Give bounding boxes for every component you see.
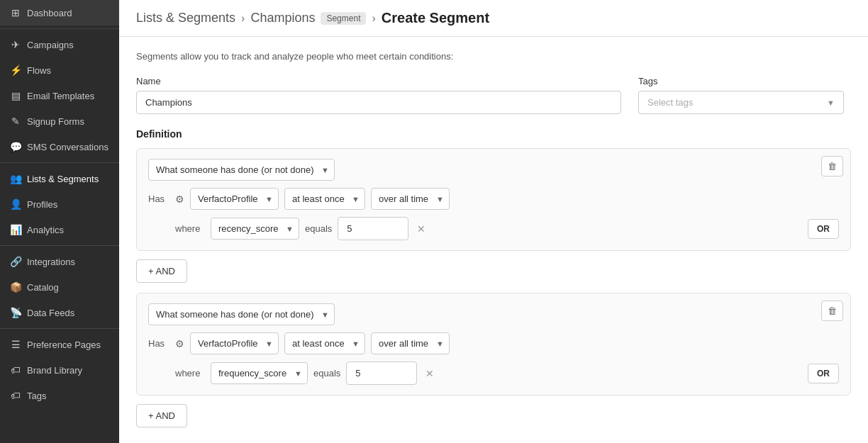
condition-1-where-row: where recency_score ▼ equals ✕ OR <box>148 217 839 240</box>
where-label-2: where <box>175 368 205 378</box>
breadcrumb-lists-segments[interactable]: Lists & Segments <box>136 11 235 26</box>
sidebar-item-label: Catalog <box>27 282 59 293</box>
flows-icon: ⚡ <box>10 65 21 76</box>
definition-label: Definition <box>136 128 851 140</box>
sidebar-divider-1 <box>0 28 119 29</box>
sidebar-item-email-templates[interactable]: ▤ Email Templates <box>0 83 119 108</box>
sidebar-item-data-feeds[interactable]: 📡 Data Feeds <box>0 300 119 325</box>
main-content: Lists & Segments › Champions Segment › C… <box>119 0 868 443</box>
sidebar-item-label: Lists & Segments <box>27 174 99 184</box>
header: Lists & Segments › Champions Segment › C… <box>119 0 868 37</box>
brand-library-icon: 🏷 <box>10 364 21 376</box>
sidebar-item-sms-conversations[interactable]: 💬 SMS Conversations <box>0 134 119 159</box>
sidebar-item-signup-forms[interactable]: ✎ Signup Forms <box>0 108 119 134</box>
condition-1-type-row: What someone has done (or not done) ▼ <box>148 159 839 181</box>
page-title: Create Segment <box>382 10 489 26</box>
equals-label-1: equals <box>305 223 332 234</box>
clear-value-2-button[interactable]: ✕ <box>423 366 437 381</box>
breadcrumb-sep-1: › <box>241 12 245 25</box>
subtitle-text: Segments allow you to track and analyze … <box>136 51 851 62</box>
field-1-select-wrapper: recency_score ▼ <box>211 218 299 240</box>
action-2-select[interactable]: VerfactoProfile <box>190 332 279 354</box>
sidebar-item-label: Integrations <box>27 257 75 267</box>
value-2-input[interactable] <box>346 361 417 385</box>
analytics-icon: 📊 <box>10 224 21 235</box>
sidebar-item-label: Email Templates <box>27 91 94 101</box>
condition-2-type-select-wrapper: What someone has done (or not done) ▼ <box>148 303 335 325</box>
frequency-2-select[interactable]: at least once <box>284 332 365 354</box>
action-1-select[interactable]: VerfactoProfile <box>190 188 279 210</box>
sidebar-item-dashboard[interactable]: ⊞ Dashboard <box>0 0 119 26</box>
frequency-1-select[interactable]: at least once <box>284 188 365 210</box>
delete-condition-2-button[interactable]: 🗑 <box>821 301 843 321</box>
sidebar-item-tags[interactable]: 🏷 Tags <box>0 383 119 408</box>
name-label: Name <box>136 76 621 86</box>
sidebar-item-flows[interactable]: ⚡ Flows <box>0 57 119 83</box>
timeframe-2-select-wrapper: over all time ▼ <box>371 332 450 354</box>
breadcrumb-sep-2: › <box>372 12 375 25</box>
sidebar-item-label: Signup Forms <box>27 116 84 127</box>
data-feeds-icon: 📡 <box>10 307 21 318</box>
and-button-1[interactable]: + AND <box>136 259 187 283</box>
sidebar-divider-2 <box>0 162 119 163</box>
sidebar-item-label: Flows <box>27 65 51 76</box>
condition-1-type-select[interactable]: What someone has done (or not done) <box>148 159 335 181</box>
email-templates-icon: ▤ <box>10 90 21 101</box>
clear-value-1-button[interactable]: ✕ <box>414 222 428 236</box>
or-1-button[interactable]: OR <box>808 219 839 239</box>
sidebar-divider-3 <box>0 245 119 246</box>
sidebar-item-brand-library[interactable]: 🏷 Brand Library <box>0 357 119 383</box>
field-2-select-wrapper: frequency_score ▼ <box>211 362 308 384</box>
condition-1-type-select-wrapper: What someone has done (or not done) ▼ <box>148 159 335 181</box>
tags-label: Tags <box>638 76 851 86</box>
where-label-1: where <box>175 223 205 234</box>
sidebar-item-label: SMS Conversations <box>27 142 108 152</box>
value-1-input[interactable] <box>338 217 408 240</box>
sidebar: ⊞ Dashboard ✈ Campaigns ⚡ Flows ▤ Email … <box>0 0 119 443</box>
sidebar-item-label: Profiles <box>27 199 57 210</box>
or-2-button[interactable]: OR <box>808 364 839 383</box>
sidebar-item-label: Dashboard <box>27 8 72 18</box>
sidebar-item-lists-segments[interactable]: 👥 Lists & Segments <box>0 166 119 191</box>
signup-forms-icon: ✎ <box>10 116 21 127</box>
condition-1-has-row: Has ⚙ VerfactoProfile ▼ at least once ▼ <box>148 188 839 210</box>
action-1-select-wrapper: VerfactoProfile ▼ <box>190 188 279 210</box>
sidebar-item-label: Campaigns <box>27 40 74 50</box>
preference-pages-icon: ☰ <box>10 339 21 350</box>
timeframe-1-select[interactable]: over all time <box>371 188 450 210</box>
condition-2-type-select[interactable]: What someone has done (or not done) <box>148 303 335 325</box>
sidebar-item-preference-pages[interactable]: ☰ Preference Pages <box>0 332 119 357</box>
frequency-2-select-wrapper: at least once ▼ <box>284 332 365 354</box>
delete-condition-1-button[interactable]: 🗑 <box>821 156 843 176</box>
gear-icon-1: ⚙ <box>175 194 184 205</box>
sidebar-item-catalog[interactable]: 📦 Catalog <box>0 274 119 300</box>
sidebar-item-label: Preference Pages <box>27 340 101 350</box>
has-label-2: Has <box>148 338 169 349</box>
sidebar-item-analytics[interactable]: 📊 Analytics <box>0 217 119 242</box>
lists-segments-icon: 👥 <box>10 173 21 184</box>
content-area: Segments allow you to track and analyze … <box>119 37 868 443</box>
name-tags-row: Name Tags Select tags ▼ <box>136 76 851 114</box>
condition-2-type-row: What someone has done (or not done) ▼ <box>148 303 839 325</box>
tags-chevron-icon: ▼ <box>827 99 835 107</box>
sidebar-item-label: Data Feeds <box>27 308 74 318</box>
sms-icon: 💬 <box>10 141 21 152</box>
tags-select[interactable]: Select tags ▼ <box>638 91 844 114</box>
timeframe-2-select[interactable]: over all time <box>371 332 450 354</box>
and-button-2[interactable]: + AND <box>136 404 187 427</box>
sidebar-item-profiles[interactable]: 👤 Profiles <box>0 191 119 217</box>
name-input[interactable] <box>136 91 621 114</box>
segment-badge: Segment <box>321 12 366 25</box>
condition-2-has-row: Has ⚙ VerfactoProfile ▼ at least once ▼ <box>148 332 839 354</box>
field-2-select[interactable]: frequency_score <box>211 362 308 384</box>
sidebar-item-campaigns[interactable]: ✈ Campaigns <box>0 32 119 57</box>
sidebar-item-label: Analytics <box>27 225 64 235</box>
name-group: Name <box>136 76 621 114</box>
tags-icon: 🏷 <box>10 390 21 401</box>
breadcrumb-champions[interactable]: Champions <box>250 11 315 26</box>
sidebar-divider-4 <box>0 328 119 329</box>
campaigns-icon: ✈ <box>10 39 21 50</box>
sidebar-item-integrations[interactable]: 🔗 Integrations <box>0 249 119 274</box>
field-1-select[interactable]: recency_score <box>211 218 299 240</box>
tags-placeholder: Select tags <box>647 97 693 108</box>
